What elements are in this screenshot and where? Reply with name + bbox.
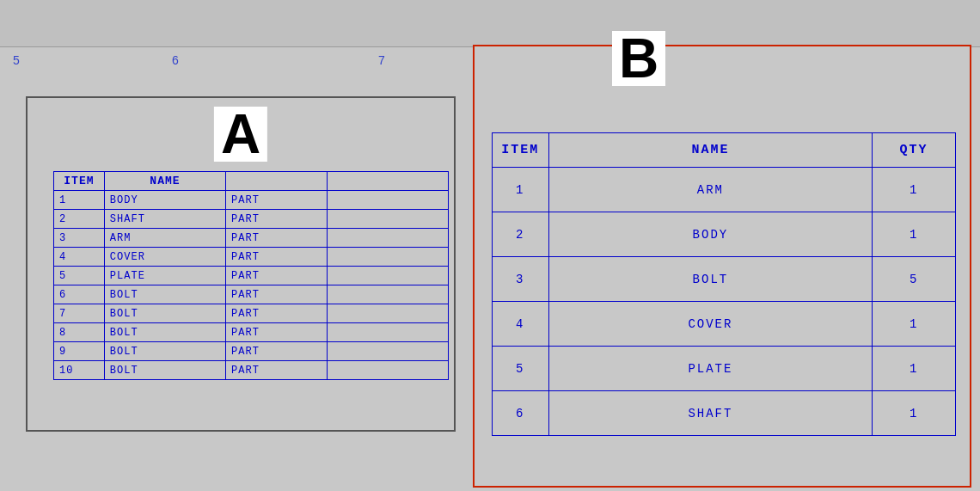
table-a-cell-item: 6 (54, 285, 105, 304)
panel-a-label: A (214, 107, 267, 162)
table-a-cell-name: BOLT (104, 285, 225, 304)
table-b-cell-name: ARM (548, 168, 873, 212)
table-a-row: 9 BOLT PART (54, 342, 449, 361)
table-a-cell-col3: PART (226, 210, 328, 229)
table-a-cell-name: ARM (104, 229, 225, 248)
table-a-row: 2 SHAFT PART (54, 210, 449, 229)
table-b-row: 4 COVER 1 (493, 302, 956, 347)
table-b-row: 2 BODY 1 (493, 212, 956, 257)
table-a-cell-name: BOLT (104, 342, 225, 361)
table-b-cell-name: BODY (548, 212, 873, 257)
table-a-cell-name: BOLT (104, 323, 225, 342)
table-b-row: 1 ARM 1 (493, 168, 956, 212)
table-a-row: 1 BODY PART (54, 191, 449, 210)
table-b-cell-name: PLATE (548, 347, 873, 391)
table-b-cell-item: 5 (493, 347, 549, 391)
table-a-row: 8 BOLT PART (54, 323, 449, 342)
table-a-cell-item: 2 (54, 210, 105, 229)
table-a-header-col3 (226, 172, 328, 191)
table-a-header-col4 (327, 172, 448, 191)
table-a-row: 3 ARM PART (54, 229, 449, 248)
table-a-cell-item: 3 (54, 229, 105, 248)
table-a-cell-name: COVER (104, 248, 225, 267)
table-b-cell-name: SHAFT (548, 391, 873, 436)
table-a-cell-name: SHAFT (104, 210, 225, 229)
table-a-cell-name: BOLT (104, 304, 225, 323)
table-b: ITEM NAME QTY 1 ARM 1 2 BODY 1 3 BOLT 5 … (492, 132, 956, 436)
table-b-header-item: ITEM (493, 133, 549, 168)
table-a-row: 5 PLATE PART (54, 267, 449, 285)
table-a-cell-item: 10 (54, 361, 105, 380)
table-b-row: 3 BOLT 5 (493, 257, 956, 302)
table-b-cell-name: COVER (548, 302, 873, 347)
table-b-cell-qty: 1 (873, 347, 956, 391)
table-a-cell-item: 8 (54, 323, 105, 342)
table-b-cell-item: 1 (493, 168, 549, 212)
table-b-cell-item: 2 (493, 212, 549, 257)
table-a-cell-col3: PART (226, 248, 328, 267)
table-a-cell-col4 (327, 210, 448, 229)
table-a-cell-item: 5 (54, 267, 105, 285)
table-a-cell-col3: PART (226, 342, 328, 361)
table-a-cell-name: BOLT (104, 361, 225, 380)
panel-b-label: B (612, 31, 665, 86)
top-ruler (0, 0, 980, 47)
table-a-header-item: ITEM (54, 172, 105, 191)
table-a-cell-col4 (327, 267, 448, 285)
table-b-row: 5 PLATE 1 (493, 347, 956, 391)
table-b-cell-qty: 5 (873, 257, 956, 302)
table-a-cell-col4 (327, 304, 448, 323)
ruler-col-6: 6 (172, 53, 179, 67)
table-b-cell-item: 4 (493, 302, 549, 347)
table-a-header-name: NAME (104, 172, 225, 191)
table-a-cell-col4 (327, 323, 448, 342)
table-a-cell-col4 (327, 191, 448, 210)
table-a-cell-col4 (327, 285, 448, 304)
table-a-cell-item: 9 (54, 342, 105, 361)
table-b-header-qty: QTY (873, 133, 956, 168)
table-a-cell-col3: PART (226, 285, 328, 304)
table-a-cell-item: 1 (54, 191, 105, 210)
table-a-row: 7 BOLT PART (54, 304, 449, 323)
table-a-row: 4 COVER PART (54, 248, 449, 267)
table-a-cell-col3: PART (226, 229, 328, 248)
table-a-cell-col3: PART (226, 323, 328, 342)
table-b-cell-item: 3 (493, 257, 549, 302)
ruler-col-5: 5 (13, 53, 20, 67)
table-a-row: 10 BOLT PART (54, 361, 449, 380)
table-b-cell-qty: 1 (873, 391, 956, 436)
table-b-cell-qty: 1 (873, 302, 956, 347)
table-a-row: 6 BOLT PART (54, 285, 449, 304)
table-b-cell-qty: 1 (873, 212, 956, 257)
table-a-cell-col3: PART (226, 267, 328, 285)
table-a-cell-col3: PART (226, 304, 328, 323)
table-a-cell-col4 (327, 248, 448, 267)
table-a-cell-name: BODY (104, 191, 225, 210)
table-a-cell-name: PLATE (104, 267, 225, 285)
ruler-col-7: 7 (378, 53, 385, 67)
table-a-cell-col4 (327, 229, 448, 248)
table-b-row: 6 SHAFT 1 (493, 391, 956, 436)
table-a-cell-col4 (327, 342, 448, 361)
table-b-header-name: NAME (548, 133, 873, 168)
table-b-cell-name: BOLT (548, 257, 873, 302)
table-a-cell-item: 4 (54, 248, 105, 267)
table-b-cell-qty: 1 (873, 168, 956, 212)
table-a-cell-col3: PART (226, 191, 328, 210)
table-a: ITEM NAME 1 BODY PART 2 SHAFT PART 3 ARM… (53, 171, 449, 380)
table-a-cell-col3: PART (226, 361, 328, 380)
table-b-cell-item: 6 (493, 391, 549, 436)
table-a-cell-item: 7 (54, 304, 105, 323)
panel-b: B ITEM NAME QTY 1 ARM 1 2 BODY 1 3 BOLT … (473, 45, 971, 488)
panel-a: A ITEM NAME 1 BODY PART 2 SHAFT PART 3 A… (26, 96, 456, 432)
table-a-cell-col4 (327, 361, 448, 380)
